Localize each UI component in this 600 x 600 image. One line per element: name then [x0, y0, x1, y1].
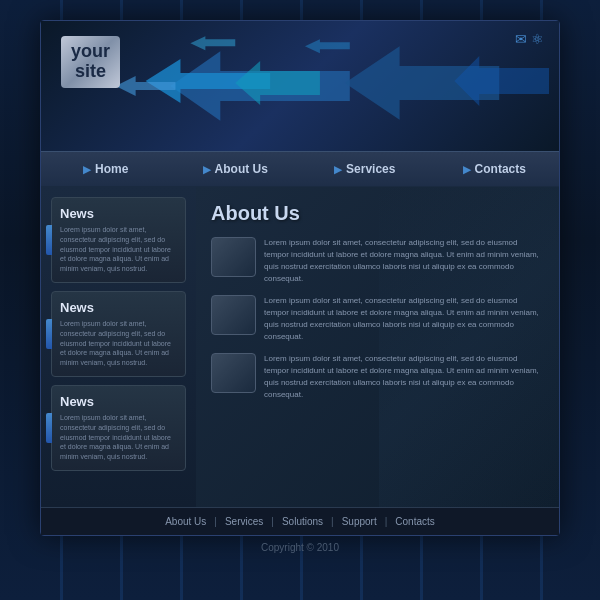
nav-about[interactable]: ▶ About Us [171, 152, 301, 186]
svg-marker-6 [190, 36, 235, 50]
footer-nav-support[interactable]: Support [334, 516, 385, 527]
footer-nav-contacts[interactable]: Contacts [387, 516, 442, 527]
content-thumb-3 [211, 353, 256, 393]
main-content: About Us Lorem ipsum dolor sit amet, con… [196, 187, 559, 507]
news-title-1: News [60, 206, 177, 221]
news-item-2: News Lorem ipsum dolor sit amet, consect… [51, 291, 186, 377]
svg-marker-7 [305, 39, 350, 53]
site-container: your site ✉ ⚛ ▶ Home ▶ About Us ▶ Ser [40, 20, 560, 536]
content-thumb-1 [211, 237, 256, 277]
content-para-2: Lorem ipsum dolor sit amet, consectetur … [264, 295, 544, 343]
nav-bullet-services: ▶ [334, 164, 342, 175]
section-title: About Us [211, 202, 544, 225]
content-row-3: Lorem ipsum dolor sit amet, consectetur … [211, 353, 544, 401]
content-row-2: Lorem ipsum dolor sit amet, consectetur … [211, 295, 544, 343]
news-text-3: Lorem ipsum dolor sit amet, consectetur … [60, 413, 177, 462]
mail-icon[interactable]: ✉ [515, 31, 527, 47]
news-text-2: Lorem ipsum dolor sit amet, consectetur … [60, 319, 177, 368]
news-item-1: News Lorem ipsum dolor sit amet, consect… [51, 197, 186, 283]
footer-nav-about[interactable]: About Us [157, 516, 214, 527]
nav-services-label: Services [346, 162, 395, 176]
nav-services[interactable]: ▶ Services [300, 152, 430, 186]
content-para-3: Lorem ipsum dolor sit amet, consectetur … [264, 353, 544, 401]
rss-icon[interactable]: ⚛ [531, 31, 544, 47]
logo-line1: your [71, 42, 110, 62]
footer-nav: About Us | Services | Solutions | Suppor… [41, 507, 559, 535]
nav-contacts[interactable]: ▶ Contacts [430, 152, 560, 186]
footer-nav-solutions[interactable]: Solutions [274, 516, 331, 527]
nav-home-label: Home [95, 162, 128, 176]
content-inner: About Us Lorem ipsum dolor sit amet, con… [211, 202, 544, 401]
nav-about-label: About Us [215, 162, 268, 176]
nav-bullet-home: ▶ [83, 164, 91, 175]
nav-bullet-contacts: ▶ [463, 164, 471, 175]
nav-home[interactable]: ▶ Home [41, 152, 171, 186]
news-title-2: News [60, 300, 177, 315]
content-para-1: Lorem ipsum dolor sit amet, consectetur … [264, 237, 544, 285]
site-header: your site ✉ ⚛ [41, 21, 559, 151]
news-tab-3 [46, 413, 52, 443]
news-title-3: News [60, 394, 177, 409]
content-area: News Lorem ipsum dolor sit amet, consect… [41, 187, 559, 507]
nav-contacts-label: Contacts [475, 162, 526, 176]
news-text-1: Lorem ipsum dolor sit amet, consectetur … [60, 225, 177, 274]
page-wrapper: your site ✉ ⚛ ▶ Home ▶ About Us ▶ Ser [0, 0, 600, 600]
sidebar-left: News Lorem ipsum dolor sit amet, consect… [41, 187, 196, 507]
content-thumb-2 [211, 295, 256, 335]
main-nav: ▶ Home ▶ About Us ▶ Services ▶ Contacts [41, 151, 559, 187]
logo-box: your site [61, 36, 120, 88]
copyright-text: Copyright © 2010 [261, 542, 339, 553]
logo-area: your site [61, 36, 120, 88]
news-item-3: News Lorem ipsum dolor sit amet, consect… [51, 385, 186, 471]
content-row-1: Lorem ipsum dolor sit amet, consectetur … [211, 237, 544, 285]
logo-line2: site [71, 62, 110, 82]
copyright-bar: Copyright © 2010 [40, 536, 560, 559]
nav-bullet-about: ▶ [203, 164, 211, 175]
news-tab-1 [46, 225, 52, 255]
news-tab-2 [46, 319, 52, 349]
footer-nav-services[interactable]: Services [217, 516, 271, 527]
